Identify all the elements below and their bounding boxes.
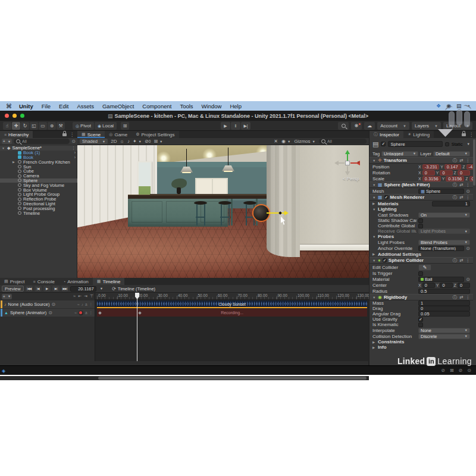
track-curves-icon[interactable]: ≈ bbox=[74, 311, 77, 315]
grid-snapping-button[interactable]: ⊞ bbox=[121, 122, 129, 130]
move-tool[interactable]: ✛ bbox=[12, 122, 20, 130]
radius-field[interactable]: 0.5 bbox=[418, 289, 470, 294]
menu-window[interactable]: Window bbox=[202, 103, 222, 109]
animation-recording-strip[interactable]: Recording... bbox=[97, 309, 367, 317]
sphere-collider-component-header[interactable]: ▼ ● ✓ Sphere Collider ⓘ⇄⋮ bbox=[369, 257, 473, 264]
position-y-field[interactable]: 0.147 bbox=[444, 164, 461, 170]
scale-x-field[interactable]: 0.3156 bbox=[422, 176, 441, 181]
search-button[interactable] bbox=[338, 122, 349, 130]
mesh-renderer-component-header[interactable]: ▼ ▦ ✓ Mesh Renderer ⓘ⇄⋮ bbox=[369, 194, 473, 201]
marker-in-icon[interactable]: ⇤ bbox=[78, 294, 82, 299]
prefab-open-chevron-icon[interactable]: › bbox=[74, 155, 76, 159]
hierarchy-item-camera[interactable]: Camera bbox=[0, 174, 77, 178]
mesh-renderer-enabled-checkbox[interactable]: ✓ bbox=[384, 195, 389, 199]
tab-game[interactable]: ◎ Game bbox=[105, 131, 131, 138]
tab-console[interactable]: ≡ Console bbox=[29, 278, 59, 285]
gizmo-center-cube[interactable] bbox=[345, 161, 350, 165]
scene-menu-icon[interactable]: ⋮ bbox=[71, 146, 76, 151]
mass-field[interactable]: 1 bbox=[418, 300, 470, 306]
scene-audio-toggle-icon[interactable]: ♪ bbox=[127, 139, 130, 144]
scene-search-input[interactable]: All bbox=[319, 139, 367, 144]
panel-menu-icon[interactable]: ⋮ bbox=[469, 132, 474, 137]
inspector-scrollbar[interactable] bbox=[473, 139, 475, 186]
center-z-field[interactable]: 0 bbox=[458, 283, 470, 288]
scene-orientation-gizmo[interactable]: x bbox=[334, 150, 361, 176]
timeline-play-button[interactable]: ▶ bbox=[43, 286, 51, 292]
tag-dropdown[interactable]: Untagged▼ bbox=[381, 151, 418, 156]
mesh-filter-component-header[interactable]: ▼ ▦ Sphere (Mesh Filter) ⓘ⇄⋮ bbox=[369, 181, 473, 188]
rect-tool[interactable]: ▭ bbox=[39, 122, 47, 130]
scene-camera-dropdown-icon[interactable]: ◉▼ bbox=[281, 139, 290, 144]
object-picker-icon[interactable]: ⊙ bbox=[466, 246, 470, 251]
audio-track-header[interactable]: ♪ None (Audio Source) ⊙ ≈ ♪ a ⋮ bbox=[1, 300, 95, 308]
progress-status-icon[interactable]: ⊙ bbox=[467, 368, 471, 373]
grid-visibility-dropdown-icon[interactable]: ⊞▼ bbox=[154, 139, 162, 144]
console-status-icon[interactable]: ◈ bbox=[2, 368, 5, 374]
tab-hierarchy[interactable]: ≡ Hierarchy bbox=[0, 131, 33, 138]
edit-collider-button[interactable]: ✎ bbox=[418, 264, 431, 271]
rigidbody-component-header[interactable]: ▼ ◉ Rigidbody ⓘ⇄⋮ bbox=[369, 294, 473, 300]
fold-icon[interactable]: ▶ bbox=[12, 160, 15, 164]
animation-track-header[interactable]: ▲ Sphere (Animator) ⊙ ≈ a ⋮ bbox=[1, 309, 95, 317]
use-gravity-checkbox[interactable]: ✓ bbox=[418, 317, 423, 322]
center-y-field[interactable]: 0 bbox=[440, 283, 452, 288]
transform-tool[interactable]: ⊕ bbox=[48, 122, 56, 130]
object-picker-icon[interactable]: ⊙ bbox=[48, 310, 52, 315]
menu-component[interactable]: Component bbox=[142, 103, 171, 109]
tab-inspector[interactable]: ⓘ Inspector bbox=[369, 131, 403, 138]
next-frame-button[interactable]: ▶| bbox=[52, 286, 60, 292]
scene-picker-icon[interactable]: ⊙ bbox=[71, 139, 76, 144]
menu-file[interactable]: File bbox=[42, 103, 51, 109]
track-menu-icon[interactable]: ⋮ bbox=[89, 311, 93, 315]
hierarchy-item-sun[interactable]: Sun bbox=[0, 164, 77, 169]
rotation-z-field[interactable]: 0 bbox=[458, 170, 470, 176]
account-dropdown[interactable]: Account▼ bbox=[377, 122, 409, 130]
track-lock-icon[interactable]: a bbox=[85, 311, 87, 315]
fold-icon[interactable]: ▼ bbox=[2, 146, 5, 150]
menubar-status-icon-1[interactable]: ❖ bbox=[436, 103, 441, 109]
tab-animation[interactable]: ◔ Animation bbox=[59, 278, 93, 285]
apple-menu-icon[interactable]: ⌘ bbox=[6, 103, 12, 109]
lock-icon[interactable] bbox=[62, 133, 67, 136]
help-icon[interactable]: ⓘ bbox=[453, 158, 458, 164]
preview-toggle-button[interactable]: Preview bbox=[2, 286, 24, 292]
2d-toggle[interactable]: 2D bbox=[111, 139, 117, 144]
scale-y-field[interactable]: 0.3156 bbox=[446, 176, 464, 181]
add-gameobject-button[interactable]: +▼ bbox=[2, 139, 12, 144]
add-track-button[interactable]: +▼ bbox=[2, 294, 12, 299]
pause-button[interactable]: ‖ bbox=[231, 122, 240, 130]
collision-detection-dropdown[interactable]: Discrete▼ bbox=[418, 334, 470, 339]
transform-component-header[interactable]: ▼ ✛ Transform ⓘ⇄⋮ bbox=[369, 157, 473, 164]
notification-muted-icon[interactable]: ⊘ bbox=[459, 368, 463, 373]
layer-dropdown[interactable]: Default▼ bbox=[433, 151, 470, 156]
anchor-override-field[interactable]: None (Transform) bbox=[418, 246, 464, 251]
hierarchy-item-french-country-kitchen[interactable]: ▶French Country Kitchen bbox=[0, 159, 77, 164]
rotation-x-field[interactable]: 0 bbox=[422, 170, 435, 176]
angular-drag-field[interactable]: 0.05 bbox=[418, 311, 470, 317]
custom-tool[interactable]: ⚒ bbox=[57, 122, 65, 130]
scene-lighting-toggle-icon[interactable]: ☼ bbox=[120, 139, 124, 144]
static-shadow-caster-checkbox[interactable] bbox=[418, 218, 423, 223]
step-button[interactable]: ▶| bbox=[241, 122, 250, 130]
timeline-breadcrumb[interactable]: ⟳ Timeline (Timeline) bbox=[112, 286, 155, 292]
pin-icon[interactable]: ⊤ bbox=[90, 294, 93, 299]
track-mute-icon[interactable]: ♪ bbox=[82, 302, 83, 306]
scene-fx-dropdown-icon[interactable]: ✦▼ bbox=[133, 139, 142, 144]
track-menu-icon[interactable]: ⋮ bbox=[89, 302, 93, 307]
cloud-button[interactable]: ☁ bbox=[364, 122, 375, 130]
scene-viewport[interactable]: x < Persp bbox=[77, 145, 369, 278]
menu-assets[interactable]: Assets bbox=[77, 103, 94, 109]
tab-project[interactable]: ▤ Project bbox=[0, 278, 29, 285]
lock-icon[interactable] bbox=[462, 133, 466, 136]
object-picker-icon[interactable]: ⊙ bbox=[466, 189, 470, 194]
hierarchy-search-input[interactable]: All bbox=[14, 139, 70, 144]
cast-shadows-dropdown[interactable]: On▼ bbox=[418, 212, 470, 218]
component-menu-icon[interactable]: ⋮ bbox=[466, 158, 471, 164]
object-picker-icon[interactable]: ⊙ bbox=[466, 277, 470, 282]
rotate-tool[interactable]: ↻ bbox=[21, 122, 29, 130]
object-picker-icon[interactable]: ⊙ bbox=[52, 302, 56, 307]
go-to-end-button[interactable]: ▶▶| bbox=[61, 286, 68, 292]
tab-lighting[interactable]: ☀ Lighting bbox=[403, 131, 434, 138]
perspective-label[interactable]: < Persp bbox=[343, 176, 359, 181]
gizmos-dropdown[interactable]: Gizmos▼ bbox=[294, 139, 315, 144]
